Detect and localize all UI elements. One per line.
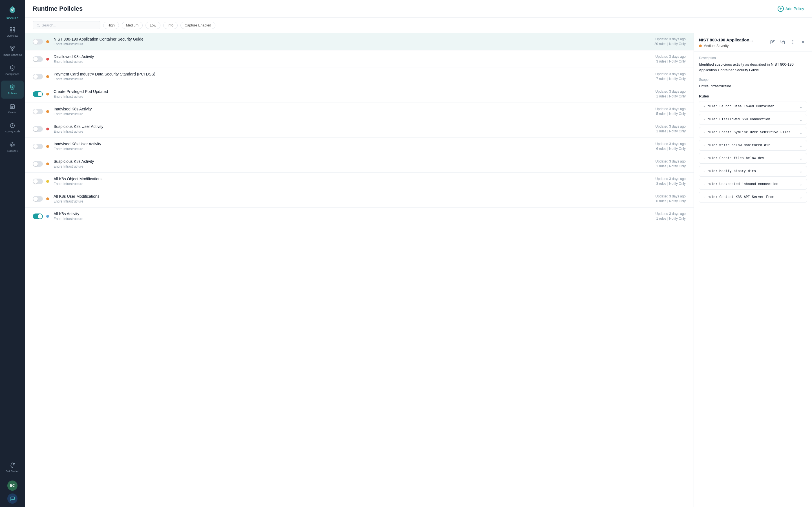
sidebar-item-policies-label: Policies (8, 92, 17, 95)
policy-toggle[interactable] (33, 56, 43, 62)
policy-toggle[interactable] (33, 91, 43, 97)
sidebar-item-events[interactable]: Events (1, 100, 24, 118)
scope-section: Scope Entire Infrastructure (699, 78, 807, 89)
policy-scope: Entire Infrastructure (54, 95, 656, 99)
add-policy-button[interactable]: + Add Policy (777, 6, 804, 12)
policy-row[interactable]: All K8s Activity Entire Infrastructure U… (25, 208, 694, 225)
policy-rules: 7 rules | Notify Only (656, 77, 686, 81)
policy-meta: Updated 3 days ago 5 rules | Notify Only (656, 107, 686, 116)
sidebar-bottom: Get Started EC (1, 459, 24, 504)
sidebar-item-activity-audit[interactable]: Activity Audit (1, 119, 24, 137)
rule-item[interactable]: - rule: Disallowed SSH Connection ⌄ (699, 114, 807, 125)
rules-section: Rules - rule: Launch Disallowed Containe… (699, 94, 807, 203)
edit-button[interactable] (769, 38, 776, 46)
rule-text: - rule: Launch Disallowed Container (703, 105, 774, 108)
filter-chip-low[interactable]: Low (146, 22, 160, 29)
chat-button[interactable] (7, 494, 17, 504)
sidebar-item-get-started[interactable]: Get Started (1, 459, 24, 476)
user-avatar[interactable]: EC (7, 481, 17, 491)
policy-meta: Updated 3 days ago 1 rules | Notify Only (656, 90, 686, 98)
policy-updated: Updated 3 days ago (656, 159, 686, 163)
app-logo[interactable] (6, 3, 18, 16)
filter-chip-info[interactable]: Info (163, 22, 177, 29)
sidebar: SECURE Overview Image Scanning Complianc… (0, 0, 25, 507)
rule-item[interactable]: - rule: Write below monitored dir ⌄ (699, 140, 807, 151)
rule-item[interactable]: - rule: Create files below dev ⌄ (699, 153, 807, 164)
policy-list: NIST 800-190 Application Container Secur… (25, 33, 694, 507)
policy-meta: Updated 3 days ago 6 rules | Notify Only (656, 194, 686, 203)
policy-name: Suspicious K8s Activity (54, 159, 656, 164)
copy-button[interactable] (779, 38, 786, 46)
policy-name: All K8s User Modifications (54, 194, 656, 199)
policy-toggle[interactable] (33, 179, 43, 184)
policy-row[interactable]: Create Privileged Pod Updated Entire Inf… (25, 86, 694, 103)
policy-toggle[interactable] (33, 161, 43, 167)
severity-dot (46, 93, 49, 96)
policy-row[interactable]: Disallowed K8s Activity Entire Infrastru… (25, 50, 694, 68)
filter-chip-capture-enabled[interactable]: Capture Enabled (181, 22, 215, 29)
sidebar-item-compliance[interactable]: Compliance (1, 61, 24, 79)
policy-toggle[interactable] (33, 144, 43, 149)
policy-row[interactable]: Inadvised K8s User Activity Entire Infra… (25, 138, 694, 155)
filter-chip-medium[interactable]: Medium (122, 22, 143, 29)
policy-updated: Updated 3 days ago (656, 107, 686, 111)
close-detail-button[interactable] (799, 38, 807, 46)
chevron-down-icon: ⌄ (799, 117, 803, 122)
sidebar-item-image-scanning[interactable]: Image Scanning (1, 42, 24, 60)
policy-row[interactable]: Suspicious K8s Activity Entire Infrastru… (25, 155, 694, 173)
rule-item[interactable]: - rule: Launch Disallowed Container ⌄ (699, 101, 807, 112)
policy-meta: Updated 3 days ago 7 rules | Notify Only (656, 72, 686, 81)
policy-rules: 20 rules | Notify Only (654, 42, 686, 46)
filter-chip-high[interactable]: High (103, 22, 119, 29)
page-header: Runtime Policies + Add Policy (25, 0, 812, 18)
policy-toggle[interactable] (33, 109, 43, 114)
severity-dot (46, 180, 49, 183)
svg-point-11 (10, 143, 15, 147)
policy-meta: Updated 3 days ago 20 rules | Notify Onl… (654, 37, 686, 46)
detail-body: Description Identified suspicious activi… (694, 52, 812, 507)
rule-text: - rule: Contact K8S API Server From (703, 195, 774, 199)
policy-toggle[interactable] (33, 126, 43, 132)
chevron-down-icon: ⌄ (799, 156, 803, 161)
policy-name: Disallowed K8s Activity (54, 54, 656, 59)
policy-name: NIST 800-190 Application Container Secur… (54, 37, 654, 41)
severity-dot (46, 110, 49, 113)
policy-row[interactable]: All K8s User Modifications Entire Infras… (25, 190, 694, 208)
chevron-down-icon: ⌄ (799, 130, 803, 135)
policy-name: Payment Card Industry Data Security Stan… (54, 72, 656, 76)
policy-info: Payment Card Industry Data Security Stan… (54, 72, 656, 81)
policy-toggle[interactable] (33, 74, 43, 79)
search-input[interactable] (42, 23, 97, 27)
search-icon (36, 23, 40, 27)
policy-scope: Entire Infrastructure (54, 77, 656, 81)
rule-item[interactable]: - rule: Contact K8S API Server From ⌄ (699, 192, 807, 203)
more-options-button[interactable] (789, 38, 797, 46)
rule-item[interactable]: - rule: Modify binary dirs ⌄ (699, 166, 807, 177)
policy-updated: Updated 3 days ago (656, 90, 686, 94)
search-box[interactable] (33, 21, 100, 29)
policy-rules: 6 rules | Notify Only (656, 199, 686, 203)
policy-scope: Entire Infrastructure (54, 165, 656, 168)
policy-rules: 1 rules | Notify Only (656, 164, 686, 168)
policy-info: Create Privileged Pod Updated Entire Inf… (54, 89, 656, 99)
policy-row[interactable]: All K8s Object Modifications Entire Infr… (25, 173, 694, 190)
policy-toggle[interactable] (33, 196, 43, 202)
policy-row[interactable]: Inadvised K8s Activity Entire Infrastruc… (25, 103, 694, 120)
rule-item[interactable]: - rule: Create Symlink Over Sensitive Fi… (699, 127, 807, 138)
policy-row[interactable]: Payment Card Industry Data Security Stan… (25, 68, 694, 86)
sidebar-item-overview[interactable]: Overview (1, 23, 24, 41)
sidebar-item-policies[interactable]: Policies (1, 80, 24, 99)
policy-meta: Updated 3 days ago 1 rules | Notify Only (656, 159, 686, 168)
policy-row[interactable]: NIST 800-190 Application Container Secur… (25, 33, 694, 50)
policy-meta: Updated 3 days ago 3 rules | Notify Only (656, 55, 686, 63)
policy-row[interactable]: Suspicious K8s User Activity Entire Infr… (25, 120, 694, 138)
policy-toggle[interactable] (33, 214, 43, 219)
rule-item[interactable]: - rule: Unexpected inbound connection ⌄ (699, 179, 807, 189)
severity-dot (46, 40, 49, 43)
sidebar-item-captures[interactable]: Captures (1, 138, 24, 156)
policy-toggle[interactable] (33, 39, 43, 45)
sidebar-section-label: SECURE (6, 17, 18, 20)
policy-info: Inadvised K8s User Activity Entire Infra… (54, 142, 656, 151)
rule-text: - rule: Write below monitored dir (703, 144, 770, 147)
description-label: Description (699, 56, 807, 60)
